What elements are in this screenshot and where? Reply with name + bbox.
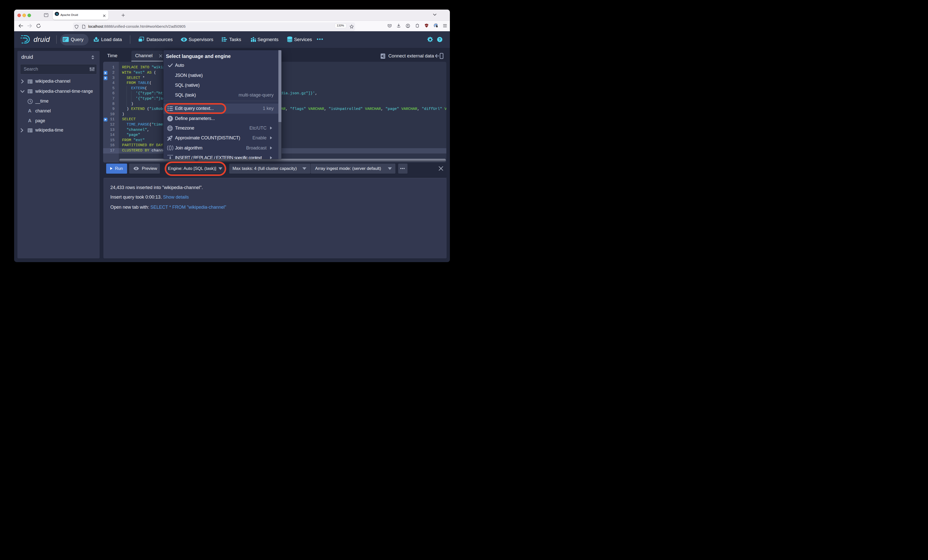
svg-text:?: ?: [169, 116, 171, 121]
svg-text:uO: uO: [426, 24, 428, 26]
svg-text:?: ?: [438, 38, 441, 41]
